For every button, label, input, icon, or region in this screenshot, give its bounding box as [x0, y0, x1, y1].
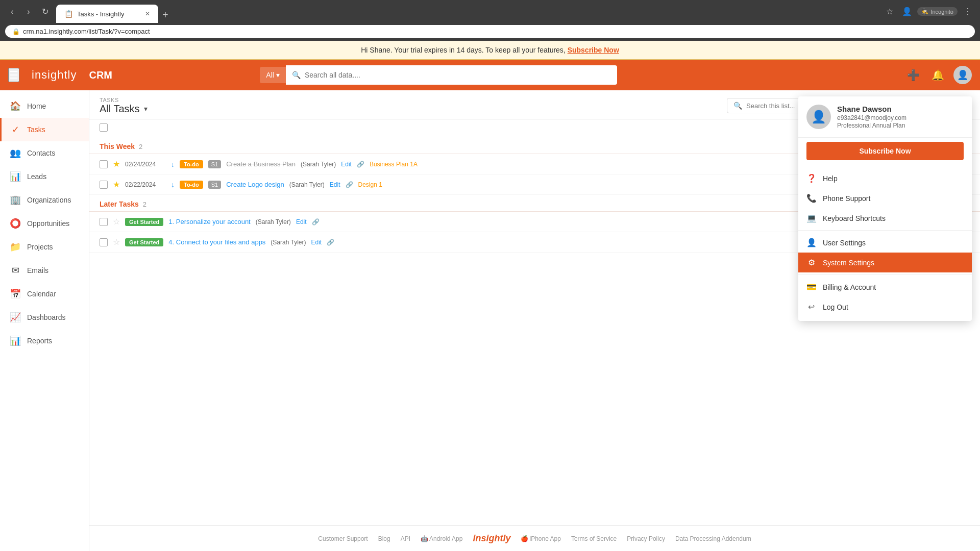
search-icon: 🔍: [292, 71, 301, 79]
reload-button[interactable]: ↻: [38, 5, 52, 19]
user-name: Shane Dawson: [837, 105, 906, 113]
create-button[interactable]: ➕: [904, 66, 923, 84]
footer-customer-support[interactable]: Customer Support: [318, 535, 368, 542]
app-container: Hi Shane. Your trial expires in 14 days.…: [0, 41, 980, 551]
browser-toolbar-actions: ☆ 👤 🕵 Incognito ⋮: [883, 5, 975, 19]
search-wrapper: All ▾ 🔍: [260, 65, 617, 85]
this-week-count: 2: [139, 143, 142, 151]
task-owner: (Sarah Tyler): [256, 218, 291, 226]
sidebar-item-contacts[interactable]: 👥 Contacts: [0, 141, 89, 165]
user-avatar-button[interactable]: 👤: [953, 66, 972, 84]
task-name[interactable]: 1. Personalize your account: [168, 218, 250, 226]
search-scope-button[interactable]: All ▾: [260, 67, 286, 83]
dropdown-item-billing[interactable]: 💳 Billing & Account: [798, 277, 972, 297]
star-icon[interactable]: ★: [113, 180, 120, 189]
dropdown-item-keyboard-shortcuts[interactable]: 💻 Keyboard Shortcuts: [798, 208, 972, 228]
star-icon[interactable]: ☆: [113, 217, 120, 227]
footer-iphone-app[interactable]: 🍎iPhone App: [521, 535, 560, 542]
dropdown-item-phone-support[interactable]: 📞 Phone Support: [798, 188, 972, 208]
task-checkbox[interactable]: [100, 181, 108, 189]
reports-icon: 📊: [10, 335, 21, 346]
header-right: ➕ 🔔 👤 👤 Shane Dawson e93a2841@moodjoy.co…: [904, 66, 972, 84]
task-name[interactable]: Create a Business Plan: [226, 160, 296, 168]
sidebar-item-dashboards-label: Dashboards: [27, 313, 66, 321]
user-dropdown-header: 👤 Shane Dawson e93a2841@moodjoy.com Prof…: [798, 96, 972, 138]
sidebar-item-dashboards[interactable]: 📈 Dashboards: [0, 306, 89, 329]
new-tab-button[interactable]: +: [158, 7, 173, 23]
task-linked-item[interactable]: Design 1: [358, 181, 382, 188]
task-checkbox[interactable]: [100, 218, 108, 226]
hamburger-menu[interactable]: ☰: [8, 68, 19, 82]
select-all-checkbox[interactable]: [100, 123, 108, 132]
dashboards-icon: 📈: [10, 312, 21, 323]
address-bar[interactable]: 🔒 crm.na1.insightly.com/list/Task/?v=com…: [5, 25, 975, 38]
dropdown-item-logout[interactable]: ↩ Log Out: [798, 297, 972, 317]
profile-button[interactable]: 👤: [900, 5, 914, 19]
notifications-button[interactable]: 🔔: [929, 66, 947, 84]
task-name[interactable]: 4. Connect to your files and apps: [168, 238, 265, 246]
tasks-dropdown-button[interactable]: ▾: [144, 105, 148, 113]
user-plan: Professional Annual Plan: [837, 122, 906, 129]
footer-blog[interactable]: Blog: [378, 535, 390, 542]
task-owner: (Sarah Tyler): [301, 161, 336, 168]
footer-privacy[interactable]: Privacy Policy: [627, 535, 665, 542]
sidebar-item-opportunities-label: Opportunities: [27, 219, 69, 228]
task-linked-item[interactable]: Business Plan 1A: [370, 161, 418, 168]
billing-icon: 💳: [806, 282, 817, 292]
tab-close-button[interactable]: ✕: [145, 10, 150, 17]
forward-button[interactable]: ›: [21, 5, 36, 19]
bookmark-button[interactable]: ☆: [883, 5, 897, 19]
dropdown-subscribe-button[interactable]: Subscribe Now: [806, 142, 964, 160]
tasks-title: All Tasks: [100, 103, 140, 115]
dropdown-item-system-settings[interactable]: ⚙ System Settings: [798, 253, 972, 272]
task-checkbox[interactable]: [100, 160, 108, 168]
task-date: 02/22/2024: [125, 181, 166, 188]
task-edit-link[interactable]: Edit: [341, 161, 352, 168]
organizations-icon: 🏢: [10, 194, 21, 206]
brand-crm: CRM: [89, 69, 112, 81]
phone-icon: 📞: [806, 193, 817, 203]
help-label: Help: [823, 174, 838, 183]
calendar-icon: 📅: [10, 288, 21, 299]
task-search-icon: 🔍: [733, 102, 742, 110]
task-status-badge: Get Started: [125, 218, 163, 226]
home-icon: 🏠: [10, 101, 21, 112]
menu-button[interactable]: ⋮: [961, 5, 975, 19]
task-edit-link[interactable]: Edit: [330, 181, 340, 188]
sidebar-item-leads[interactable]: 📊 Leads: [0, 165, 89, 188]
sidebar-item-calendar[interactable]: 📅 Calendar: [0, 282, 89, 306]
sidebar-item-leads-label: Leads: [27, 172, 46, 181]
back-button[interactable]: ‹: [5, 5, 19, 19]
footer-terms[interactable]: Terms of Service: [571, 535, 617, 542]
dropdown-item-help[interactable]: ❓ Help: [798, 168, 972, 188]
logout-icon: ↩: [806, 302, 817, 312]
sidebar-item-emails[interactable]: ✉ Emails: [0, 259, 89, 282]
lock-icon: 🔒: [12, 28, 20, 35]
sidebar-item-opportunities[interactable]: ⭕ Opportunities: [0, 212, 89, 235]
sidebar-item-organizations[interactable]: 🏢 Organizations: [0, 188, 89, 212]
footer-android-app[interactable]: 🤖Android App: [421, 535, 462, 542]
task-link-icon: 🔗: [327, 239, 334, 246]
subscribe-now-link[interactable]: Subscribe Now: [568, 46, 619, 54]
sidebar-item-reports[interactable]: 📊 Reports: [0, 329, 89, 353]
projects-icon: 📁: [10, 241, 21, 253]
priority-icon: ↓: [171, 181, 175, 189]
task-checkbox[interactable]: [100, 238, 108, 246]
sidebar-item-projects[interactable]: 📁 Projects: [0, 235, 89, 259]
star-icon[interactable]: ☆: [113, 237, 120, 247]
search-input-wrapper: 🔍: [286, 65, 617, 85]
footer-dpa[interactable]: Data Processing Addendum: [675, 535, 751, 542]
page-footer: Customer Support Blog API 🤖Android App i…: [89, 525, 980, 551]
task-edit-link[interactable]: Edit: [311, 239, 322, 246]
footer-api[interactable]: API: [401, 535, 410, 542]
dropdown-item-user-settings[interactable]: 👤 User Settings: [798, 233, 972, 253]
global-search-input[interactable]: [305, 71, 611, 79]
star-icon[interactable]: ★: [113, 159, 120, 169]
sidebar-item-home[interactable]: 🏠 Home: [0, 94, 89, 118]
task-edit-link[interactable]: Edit: [296, 218, 307, 226]
sidebar-item-tasks[interactable]: ✓ Tasks: [0, 118, 89, 141]
task-owner: (Sarah Tyler): [289, 181, 325, 188]
task-name[interactable]: Create Logo design: [226, 181, 284, 188]
active-tab[interactable]: 📋 Tasks - Insightly ✕: [56, 5, 158, 23]
task-s-badge: S1: [208, 181, 221, 189]
